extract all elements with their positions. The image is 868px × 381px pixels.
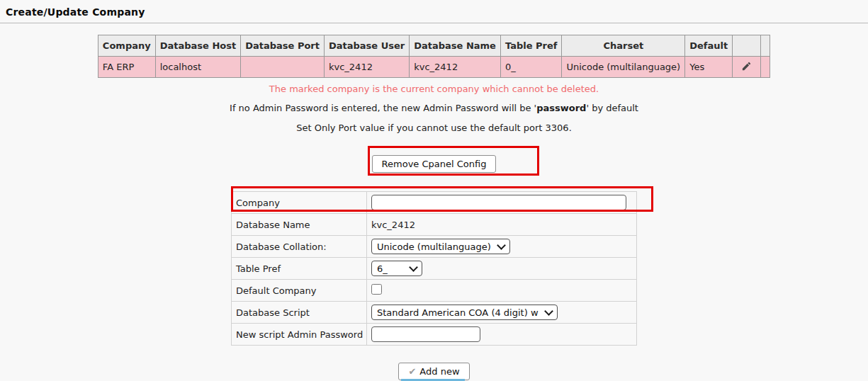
col-header-database-user: Database User bbox=[324, 35, 409, 57]
remove-cpanel-row: Remove Cpanel Config bbox=[0, 155, 868, 173]
admin-password-note-bold: password bbox=[536, 103, 586, 113]
database-script-selected: Standard American COA (4 digit) w bbox=[377, 307, 539, 318]
admin-password-note-prefix: If no Admin Password is entered, the new… bbox=[230, 103, 536, 113]
cell-table-pref: 0_ bbox=[500, 57, 561, 78]
cell-database-user: kvc_2412 bbox=[324, 57, 409, 78]
chevron-down-icon bbox=[409, 263, 418, 272]
create-update-company-page: Create/Update Company Company Database H… bbox=[0, 0, 868, 381]
form-row-database-script: Database Script Standard American COA (4… bbox=[232, 302, 637, 324]
company-input[interactable] bbox=[371, 195, 626, 210]
database-collation-selected: Unicode (multilanguage) bbox=[377, 241, 491, 252]
cell-database-port bbox=[241, 57, 325, 78]
col-header-table-pref: Table Pref bbox=[500, 35, 561, 57]
current-company-warning: The marked company is the current compan… bbox=[0, 84, 868, 94]
col-header-database-name: Database Name bbox=[410, 35, 501, 57]
edit-company-button[interactable] bbox=[737, 57, 756, 77]
default-company-checkbox[interactable] bbox=[371, 284, 382, 295]
database-collation-cell: Unicode (multilanguage) bbox=[367, 236, 637, 258]
table-pref-label: Table Pref bbox=[232, 258, 367, 280]
companies-table: Company Database Host Database Port Data… bbox=[98, 35, 770, 78]
col-header-charset: Charset bbox=[562, 35, 685, 57]
company-label: Company bbox=[232, 192, 367, 214]
cell-database-name: kvc_2412 bbox=[410, 57, 501, 78]
page-title: Create/Update Company bbox=[6, 6, 145, 18]
database-script-cell: Standard American COA (4 digit) w bbox=[367, 302, 637, 324]
admin-password-label: New script Admin Password bbox=[232, 324, 367, 346]
add-new-button[interactable]: ✔Add new bbox=[398, 363, 469, 380]
companies-table-wrap: Company Database Host Database Port Data… bbox=[0, 35, 868, 78]
chevron-down-icon bbox=[497, 241, 506, 250]
check-icon: ✔ bbox=[408, 366, 416, 377]
col-header-default: Default bbox=[685, 35, 733, 57]
add-new-row: ✔Add new bbox=[0, 363, 868, 380]
admin-password-input[interactable] bbox=[371, 326, 480, 342]
cell-edit-action bbox=[733, 57, 761, 78]
col-header-database-port: Database Port bbox=[241, 35, 325, 57]
default-company-cell bbox=[367, 280, 637, 302]
database-script-label: Database Script bbox=[232, 302, 367, 324]
company-form-table: Company Database Name kvc_2412 Database … bbox=[231, 191, 637, 346]
port-note: Set Only Port value if you cannot use th… bbox=[0, 123, 868, 133]
form-row-database-collation: Database Collation: Unicode (multilangua… bbox=[232, 236, 637, 258]
form-row-company: Company bbox=[232, 192, 637, 214]
col-header-company: Company bbox=[98, 35, 155, 57]
add-new-label: Add new bbox=[419, 366, 459, 377]
title-bar: Create/Update Company bbox=[0, 0, 868, 23]
col-header-actions bbox=[733, 35, 761, 57]
remove-cpanel-config-button[interactable]: Remove Cpanel Config bbox=[372, 155, 497, 173]
table-pref-select[interactable]: 6_ bbox=[371, 261, 422, 276]
form-row-default-company: Default Company bbox=[232, 280, 637, 302]
chevron-down-icon bbox=[544, 307, 553, 316]
col-header-database-host: Database Host bbox=[155, 35, 240, 57]
table-pref-selected: 6_ bbox=[377, 263, 388, 274]
cell-company: FA ERP bbox=[98, 57, 155, 78]
database-collation-label: Database Collation: bbox=[232, 236, 367, 258]
database-name-value: kvc_2412 bbox=[367, 214, 637, 236]
company-row: FA ERP localhost kvc_2412 kvc_2412 0_ Un… bbox=[98, 57, 770, 78]
form-row-table-pref: Table Pref 6_ bbox=[232, 258, 637, 280]
table-pref-cell: 6_ bbox=[367, 258, 637, 280]
database-collation-select[interactable]: Unicode (multilanguage) bbox=[371, 239, 510, 254]
company-form-wrap: Company Database Name kvc_2412 Database … bbox=[0, 191, 868, 346]
admin-password-cell bbox=[367, 324, 637, 346]
pencil-icon bbox=[741, 61, 752, 74]
cell-database-host: localhost bbox=[155, 57, 240, 78]
form-row-database-name: Database Name kvc_2412 bbox=[232, 214, 637, 236]
company-value-cell bbox=[367, 192, 637, 214]
cell-charset: Unicode (multilanguage) bbox=[562, 57, 685, 78]
cell-spacer bbox=[761, 57, 770, 78]
cell-default: Yes bbox=[685, 57, 733, 78]
database-name-label: Database Name bbox=[232, 214, 367, 236]
admin-password-note-suffix: ' by default bbox=[586, 103, 638, 113]
companies-header-row: Company Database Host Database Port Data… bbox=[98, 35, 770, 57]
form-row-admin-password: New script Admin Password bbox=[232, 324, 637, 346]
default-company-label: Default Company bbox=[232, 280, 367, 302]
database-script-select[interactable]: Standard American COA (4 digit) w bbox=[371, 305, 558, 320]
col-header-spacer bbox=[761, 35, 770, 57]
admin-password-note: If no Admin Password is entered, the new… bbox=[0, 103, 868, 113]
